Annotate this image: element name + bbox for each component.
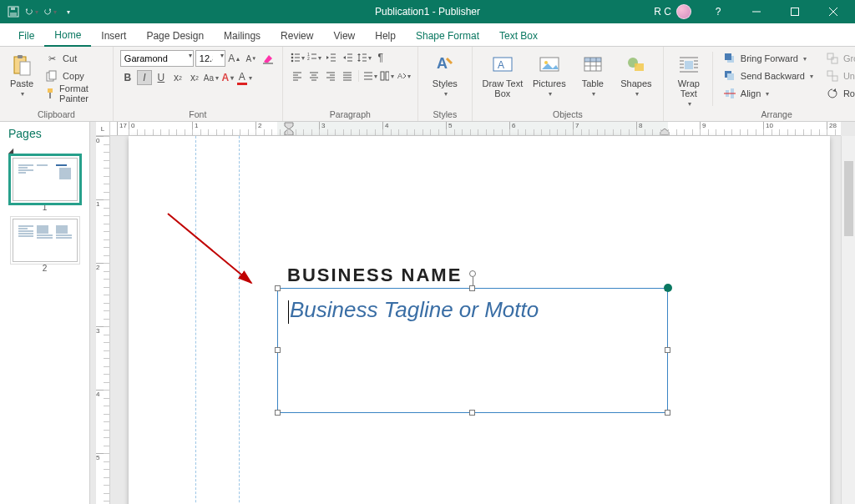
justify-icon[interactable] <box>340 68 355 83</box>
svg-rect-70 <box>685 61 693 69</box>
customize-qat-icon[interactable]: ▾ <box>62 5 75 18</box>
page-thumb-1[interactable]: 1 <box>0 156 89 217</box>
align-right-icon[interactable] <box>323 68 338 83</box>
tagline-content[interactable]: Business Tagline or Motto <box>278 289 667 332</box>
line-spacing-icon[interactable] <box>357 50 372 65</box>
font-name-input[interactable] <box>120 50 194 67</box>
group-clipboard: Paste ✂Cut Copy Format Painter Clipboard <box>0 47 114 121</box>
draw-text-box-button[interactable]: A Draw Text Box <box>479 50 526 98</box>
undo-icon[interactable] <box>25 5 38 18</box>
tab-text-box[interactable]: Text Box <box>489 25 548 46</box>
tab-page-design[interactable]: Page Design <box>136 25 214 46</box>
collapse-icon[interactable]: ◢ <box>5 145 17 156</box>
handle-mid-left[interactable] <box>275 347 281 353</box>
increase-indent-icon[interactable] <box>340 50 355 65</box>
maximize-button[interactable] <box>777 0 813 23</box>
rotate-icon <box>825 86 840 101</box>
overflow-indicator[interactable] <box>664 284 672 292</box>
thumb-image-2 <box>13 219 78 262</box>
format-painter-button[interactable]: Format Painter <box>40 85 106 102</box>
table-icon <box>581 53 605 77</box>
scrollbar-vertical[interactable] <box>841 136 855 504</box>
rotate-handle[interactable] <box>469 270 476 277</box>
pilcrow-icon[interactable]: ¶ <box>373 50 388 65</box>
save-icon[interactable] <box>7 5 20 18</box>
handle-mid-right[interactable] <box>665 347 670 353</box>
pictures-button[interactable]: Pictures <box>529 50 569 98</box>
thumb-label-2: 2 <box>43 264 48 273</box>
group-arrange: Wrap Text Bring Forward Send Backward Al… <box>664 47 855 121</box>
font-color-icon[interactable]: A <box>237 70 252 85</box>
send-backward-button[interactable]: Send Backward <box>718 68 817 84</box>
align-button[interactable]: Align <box>718 85 817 102</box>
ruler-horizontal: 1701234567891028 <box>110 122 841 136</box>
bring-forward-button[interactable]: Bring Forward <box>718 50 817 67</box>
pages-panel: Pages ◢ 1 2 <box>0 122 90 504</box>
tagline-textbox[interactable]: Business Tagline or Motto <box>277 288 668 413</box>
handle-top-left[interactable] <box>275 285 281 291</box>
align-left-icon[interactable] <box>290 68 305 83</box>
handle-bot-right[interactable] <box>665 410 670 416</box>
styles-button[interactable]: A Styles <box>425 50 465 98</box>
font-size-input[interactable] <box>195 50 225 67</box>
svg-text:A: A <box>397 72 402 80</box>
tab-mailings[interactable]: Mailings <box>214 25 271 46</box>
ungroup-button[interactable]: Ungroup <box>821 68 855 84</box>
close-button[interactable] <box>815 0 852 23</box>
svg-rect-69 <box>635 63 644 71</box>
bullets-icon[interactable] <box>290 50 305 65</box>
numbering-icon[interactable]: 12 <box>306 50 321 65</box>
page-thumb-2[interactable]: 2 <box>0 217 89 278</box>
tab-insert[interactable]: Insert <box>91 25 136 46</box>
align-center-icon[interactable] <box>306 68 321 83</box>
copy-button[interactable]: Copy <box>40 68 106 84</box>
business-name-text[interactable]: BUSINESS NAME <box>287 265 462 286</box>
svg-rect-13 <box>49 93 51 98</box>
canvas-area[interactable]: L 1701234567891028 0123456 BUSINESS NAME… <box>90 122 855 504</box>
handle-bot-left[interactable] <box>275 410 281 416</box>
table-button[interactable]: Table <box>573 50 613 98</box>
shrink-font-icon[interactable]: A▼ <box>244 51 259 66</box>
tab-view[interactable]: View <box>323 25 365 46</box>
wrap-text-button[interactable]: Wrap Text <box>670 50 707 108</box>
handle-top-mid[interactable] <box>469 285 475 291</box>
tab-shape-format[interactable]: Shape Format <box>406 25 489 46</box>
text-direction-icon[interactable]: A <box>396 68 411 83</box>
svg-point-17 <box>291 57 294 59</box>
minimize-button[interactable] <box>738 0 775 23</box>
paste-button[interactable]: Paste <box>7 50 37 98</box>
font-name-combo[interactable]: ▾ <box>120 50 194 67</box>
grow-font-icon[interactable]: A▲ <box>227 51 242 66</box>
tab-file[interactable]: File <box>8 25 44 46</box>
shapes-button[interactable]: Shapes <box>616 50 656 98</box>
clear-format-icon[interactable] <box>261 51 276 66</box>
svg-rect-87 <box>832 58 837 63</box>
underline-icon[interactable]: U <box>154 70 169 85</box>
tab-review[interactable]: Review <box>271 25 323 46</box>
cut-button[interactable]: ✂Cut <box>40 50 106 67</box>
brush-icon <box>44 86 56 101</box>
redo-icon[interactable] <box>43 5 57 18</box>
superscript-icon[interactable]: x2 <box>187 70 202 85</box>
subscript-icon[interactable]: x2 <box>170 70 185 85</box>
bold-icon[interactable]: B <box>120 70 135 85</box>
tab-home[interactable]: Home <box>44 24 91 47</box>
group-paragraph: 12 ¶ A Paragraph <box>283 47 418 121</box>
styles-icon: A <box>433 53 457 77</box>
font-size-combo[interactable]: ▾ <box>195 50 225 67</box>
rotate-button[interactable]: Rotate <box>821 85 855 102</box>
account-button[interactable]: R C <box>654 4 691 19</box>
distribute-icon[interactable] <box>362 68 377 83</box>
page[interactable]: BUSINESS NAME Business Tagline or Motto <box>129 136 830 504</box>
group-button[interactable]: Group <box>821 50 855 67</box>
italic-icon[interactable]: I <box>137 70 152 85</box>
text-effects-icon[interactable]: A <box>220 70 235 85</box>
tab-help[interactable]: Help <box>365 25 406 46</box>
left-indent-icon[interactable] <box>284 129 294 136</box>
help-button[interactable]: ? <box>700 0 736 23</box>
char-spacing-icon[interactable]: Aa <box>204 70 219 85</box>
handle-bot-mid[interactable] <box>469 410 475 416</box>
pictures-icon <box>538 53 561 77</box>
columns-icon[interactable] <box>379 68 394 83</box>
decrease-indent-icon[interactable] <box>323 50 338 65</box>
